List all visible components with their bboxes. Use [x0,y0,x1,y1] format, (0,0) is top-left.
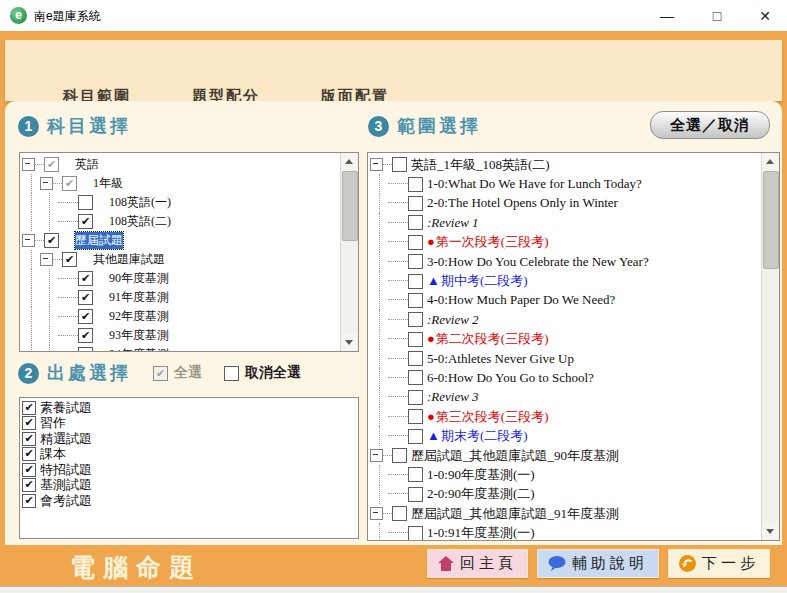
source-item-checkbox[interactable]: ✔ [22,463,36,477]
tree-item[interactable]: 3-0:How Do You Celebrate the New Year? [370,252,761,271]
tree-checkbox[interactable] [78,195,93,210]
tree-checkbox[interactable] [408,235,423,250]
tree-item-label[interactable]: 92年度基測 [109,308,169,325]
tree-item-label[interactable]: :Review 2 [427,312,479,328]
tree-item[interactable]: :Review 1 [370,213,761,232]
source-list-item[interactable]: ✔課本 [22,447,358,463]
source-item-label[interactable]: 會考試題 [40,492,92,510]
source-item-checkbox[interactable]: ✔ [22,494,36,508]
tree-item[interactable]: ✔90年度基測 [22,269,340,288]
tree-item[interactable]: ●第二次段考(三段考) [370,330,761,349]
tree-item[interactable]: ●第一次段考(三段考) [370,233,761,252]
subject-tree-scrollbar[interactable] [340,153,358,351]
select-all-checkbox[interactable]: ✔ 全選 [153,364,202,382]
source-list-item[interactable]: ✔特招試題 [22,462,358,478]
tree-item-label[interactable]: 93年度基測 [109,327,169,344]
tree-checkbox[interactable] [408,526,423,541]
tree-item-label[interactable]: 4-0:How Much Paper Do We Need? [427,292,615,308]
tree-item[interactable]: 6-0:How Do You Go to School? [370,368,761,387]
tree-checkbox[interactable]: ✔ [78,271,93,286]
tree-checkbox[interactable]: ✔ [78,347,93,352]
tree-checkbox[interactable] [408,177,423,192]
tree-item[interactable]: ▲期末考(二段考) [370,426,761,445]
tree-item-label[interactable]: 2-0:The Hotel Opens Only in Winter [427,195,618,211]
tree-item-label[interactable]: 91年度基測 [109,289,169,306]
tree-checkbox[interactable] [408,196,423,211]
tree-item-label[interactable]: ●第三次段考(三段考) [427,408,549,426]
range-tree-scrollbar[interactable] [761,153,779,540]
tree-item[interactable]: :Review 2 [370,310,761,329]
tree-item-label[interactable]: 108英語(二) [109,213,171,230]
tree-checkbox[interactable]: ✔ [78,328,93,343]
tree-collapse-toggle[interactable] [370,507,383,520]
tree-item[interactable]: 2-0:The Hotel Opens Only in Winter [370,194,761,213]
tree-item-label[interactable]: 歷屆試題_其他題庫試題_90年度基測 [411,447,619,465]
tree-item-label[interactable]: 歷屆試題_其他題庫試題_91年度基測 [411,505,619,523]
tree-item-label[interactable]: 6-0:How Do You Go to School? [427,370,594,386]
tree-item-label[interactable]: :Review 1 [427,215,479,231]
tree-item[interactable]: 歷屆試題_其他題庫試題_90年度基測 [370,446,761,465]
tree-item-label[interactable]: 5-0:Athletes Never Give Up [427,351,574,367]
minimize-button[interactable]: — [650,4,684,28]
tree-collapse-toggle[interactable] [40,177,53,190]
scroll-up-icon[interactable] [762,153,778,170]
tree-item[interactable]: 2-0:90年度基測(二) [370,485,761,504]
tree-item-label[interactable]: ▲期末考(二段考) [427,427,528,445]
tree-checkbox[interactable]: ✔ [44,157,59,172]
tree-checkbox[interactable] [408,312,423,327]
deselect-all-checkbox-box[interactable] [224,366,239,381]
deselect-all-checkbox[interactable]: 取消全選 [224,364,301,382]
tree-item[interactable]: ✔94年度基測 [22,345,340,352]
select-all-checkbox-box[interactable]: ✔ [153,366,168,381]
tree-item-label[interactable]: ▲期中考(二段考) [427,272,528,290]
source-item-checkbox[interactable]: ✔ [22,478,36,492]
tree-checkbox[interactable] [408,332,423,347]
maximize-button[interactable]: □ [700,4,734,28]
scrollbar-thumb[interactable] [763,171,779,269]
tree-collapse-toggle[interactable] [370,449,383,462]
source-list-item[interactable]: ✔精選試題 [22,431,358,447]
tree-item-label[interactable]: 1年級 [93,175,123,192]
tree-checkbox[interactable] [408,215,423,230]
tree-item[interactable]: ▲期中考(二段考) [370,271,761,290]
tree-item[interactable]: ●第三次段考(三段考) [370,407,761,426]
tree-item[interactable]: :Review 3 [370,388,761,407]
tree-checkbox[interactable] [392,448,407,463]
close-button[interactable]: ✕ [748,4,782,28]
tree-item-label[interactable]: 94年度基測 [109,346,169,352]
tree-item[interactable]: 1-0:90年度基測(一) [370,465,761,484]
tree-item[interactable]: 歷屆試題_其他題庫試題_91年度基測 [370,504,761,523]
tree-checkbox[interactable] [392,506,407,521]
tree-checkbox[interactable]: ✔ [78,290,93,305]
tree-item-label[interactable]: 1-0:What Do We Have for Lunch Today? [427,176,642,192]
source-item-checkbox[interactable]: ✔ [22,432,36,446]
tree-collapse-toggle[interactable] [40,253,53,266]
tree-collapse-toggle[interactable] [22,158,35,171]
tree-item[interactable]: 5-0:Athletes Never Give Up [370,349,761,368]
tree-item-label[interactable]: 3-0:How Do You Celebrate the New Year? [427,254,649,270]
tree-item-label[interactable]: 90年度基測 [109,270,169,287]
tree-item[interactable]: ✔93年度基測 [22,326,340,345]
tree-item[interactable]: ✔英語 [22,155,340,174]
tree-checkbox[interactable] [408,254,423,269]
tree-checkbox[interactable]: ✔ [78,309,93,324]
select-all-toggle-button[interactable]: 全選／取消 [650,111,770,139]
tree-item[interactable]: ✔歷屆試題 [22,231,340,250]
tree-checkbox[interactable]: ✔ [62,176,77,191]
tree-item-label[interactable]: 其他題庫試題 [93,251,165,268]
home-button[interactable]: 回主頁 [427,549,528,578]
tree-checkbox[interactable] [408,467,423,482]
source-item-checkbox[interactable]: ✔ [22,401,36,415]
tree-item-label[interactable]: 英語 [75,156,99,173]
tree-item-label[interactable]: 2-0:90年度基測(二) [427,485,535,503]
tree-item[interactable]: 4-0:How Much Paper Do We Need? [370,291,761,310]
tree-item-label[interactable]: 108英語(一) [109,194,171,211]
tree-checkbox[interactable]: ✔ [78,214,93,229]
tree-checkbox[interactable] [392,157,407,172]
tree-item-label[interactable]: 英語_1年級_108英語(二) [411,156,550,174]
scroll-down-icon[interactable] [762,523,778,540]
tree-checkbox[interactable]: ✔ [62,252,77,267]
next-button[interactable]: 下一步 [668,549,770,578]
tree-item[interactable]: ✔108英語(二) [22,212,340,231]
tree-item-label[interactable]: 歷屆試題 [75,232,123,249]
